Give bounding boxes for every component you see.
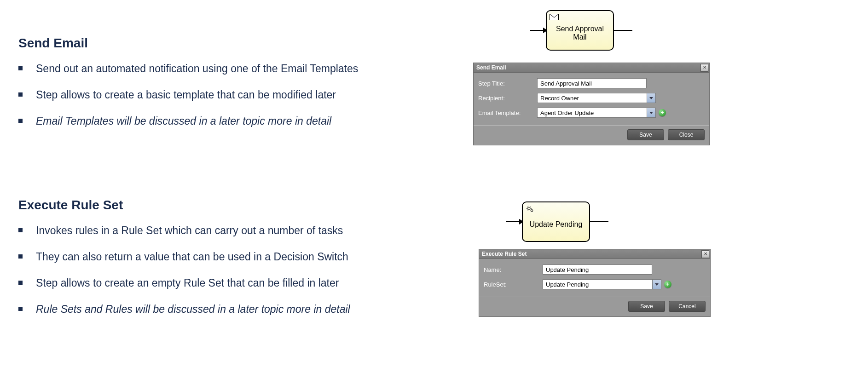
svg-line-9 <box>527 210 527 210</box>
arrow-in-icon <box>530 30 547 31</box>
chevron-down-icon[interactable] <box>647 108 656 118</box>
bullet-item: Rule Sets and Rules will be discussed in… <box>18 302 451 316</box>
arrow-in-icon <box>506 221 523 222</box>
close-icon[interactable]: ✕ <box>701 250 709 258</box>
dialog-footer: Save Cancel <box>479 297 710 316</box>
add-icon[interactable]: + <box>664 281 671 288</box>
section-send-email: Send Email Send out an automated notific… <box>18 36 451 140</box>
save-button[interactable]: Save <box>627 129 664 140</box>
step-title-input[interactable] <box>537 78 647 88</box>
name-input[interactable] <box>543 264 652 275</box>
bullet-item: Email Templates will be discussed in a l… <box>18 114 451 128</box>
svg-line-8 <box>530 207 531 207</box>
workflow-node-label: Update Pending <box>526 213 586 238</box>
workflow-node[interactable]: Update Pending <box>522 201 590 242</box>
gear-icon <box>526 205 535 213</box>
svg-point-1 <box>527 207 530 210</box>
chevron-down-icon[interactable] <box>647 93 656 103</box>
bullets-send-email: Send out an automated notification using… <box>18 62 451 128</box>
svg-point-10 <box>531 210 532 212</box>
ruleset-combo[interactable] <box>543 279 661 289</box>
dialog-body: Step Title: Recipient: Email Template: + <box>474 73 709 125</box>
bullet-item: Step allows to create a basic template t… <box>18 88 451 102</box>
section-execute-rule-set: Execute Rule Set Invokes rules in a Rule… <box>18 198 451 328</box>
cancel-button[interactable]: Cancel <box>669 301 706 312</box>
bullet-item: They can also return a value that can be… <box>18 250 451 264</box>
dialog-title: Send Email <box>476 64 506 71</box>
field-ruleset: RuleSet: + <box>484 279 706 289</box>
dialog-body: Name: RuleSet: + <box>479 259 710 297</box>
arrow-out-icon <box>589 221 608 222</box>
workflow-node-update-pending: Update Pending <box>506 201 608 242</box>
field-label-recipient: Recipient: <box>478 95 537 102</box>
field-label-ruleset: RuleSet: <box>484 281 543 288</box>
field-label-name: Name: <box>484 266 543 273</box>
mail-icon <box>550 14 559 21</box>
bullet-item: Step allows to create an empty Rule Set … <box>18 276 451 290</box>
dialog-execute-rule-set: Execute Rule Set ✕ Name: RuleSet: + Save… <box>479 249 711 317</box>
ruleset-input[interactable] <box>543 279 652 289</box>
field-label-email-template: Email Template: <box>478 109 537 116</box>
email-template-input[interactable] <box>537 108 647 118</box>
bullet-item: Send out an automated notification using… <box>18 62 451 76</box>
save-button[interactable]: Save <box>628 301 665 312</box>
bullets-execute-rule-set: Invokes rules in a Rule Set which can ca… <box>18 224 451 316</box>
field-recipient: Recipient: <box>478 93 705 103</box>
close-icon[interactable]: ✕ <box>700 64 708 72</box>
arrow-out-icon <box>613 30 632 31</box>
dialog-footer: Save Close <box>474 125 709 145</box>
dialog-title: Execute Rule Set <box>482 251 527 257</box>
heading-execute-rule-set: Execute Rule Set <box>18 198 451 213</box>
bullet-item: Invokes rules in a Rule Set which can ca… <box>18 224 451 238</box>
field-label-step-title: Step Title: <box>478 80 537 87</box>
field-email-template: Email Template: + <box>478 108 705 118</box>
heading-send-email: Send Email <box>18 36 451 51</box>
dialog-send-email: Send Email ✕ Step Title: Recipient: Emai… <box>473 63 710 145</box>
svg-line-6 <box>527 207 527 207</box>
field-step-title: Step Title: <box>478 78 705 88</box>
close-button[interactable]: Close <box>668 129 705 140</box>
field-name: Name: <box>484 264 706 275</box>
dialog-titlebar[interactable]: Execute Rule Set ✕ <box>479 249 710 259</box>
workflow-node-label: Send Approval Mail <box>550 22 610 47</box>
add-icon[interactable]: + <box>659 109 666 116</box>
workflow-node-send-approval: Send Approval Mail <box>530 10 632 51</box>
workflow-node[interactable]: Send Approval Mail <box>546 10 614 51</box>
recipient-combo[interactable] <box>537 93 656 103</box>
recipient-input[interactable] <box>537 93 647 103</box>
email-template-combo[interactable] <box>537 108 656 118</box>
chevron-down-icon[interactable] <box>652 279 661 289</box>
dialog-titlebar[interactable]: Send Email ✕ <box>474 63 709 73</box>
